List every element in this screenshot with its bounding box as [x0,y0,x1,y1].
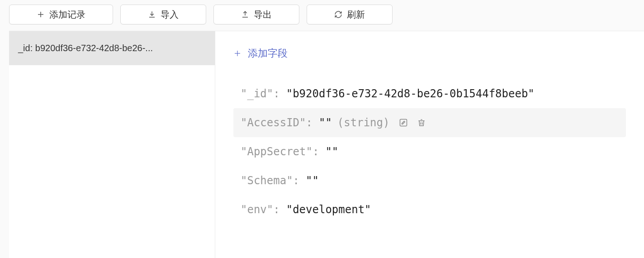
colon: : [306,115,313,131]
svg-rect-8 [400,119,407,126]
field-value: "" [306,172,319,189]
toolbar: 添加记录 导入 导出 刷新 [0,0,644,31]
plus-icon [233,49,242,57]
colon: : [293,172,299,189]
field-key: "env" [241,201,273,218]
row-actions [398,118,426,128]
add-record-button[interactable]: 添加记录 [9,5,113,24]
field-row[interactable]: "AccessID": "" (string) [233,108,626,137]
record-detail: 添加字段 "_id": "b920df36-e732-42d8-be26-0b1… [215,31,644,258]
field-value: "" [319,115,332,131]
edit-icon[interactable] [398,118,408,128]
field-list: "_id": "b920df36-e732-42d8-be26-0b1544f8… [233,79,626,224]
colon: : [313,143,319,160]
field-key: "Schema" [241,172,293,189]
record-list: _id: b920df36-e732-42d8-be26-... [9,31,215,258]
field-row[interactable]: "AppSecret": "" [233,137,626,166]
add-field-button[interactable]: 添加字段 [233,45,288,62]
record-item[interactable]: _id: b920df36-e732-42d8-be26-... [9,31,215,65]
import-button[interactable]: 导入 [120,5,206,24]
refresh-button[interactable]: 刷新 [307,5,393,24]
field-row[interactable]: "_id": "b920df36-e732-42d8-be26-0b1544f8… [233,79,626,108]
colon: : [273,201,279,218]
field-key: "AppSecret" [241,143,313,160]
field-row[interactable]: "Schema": "" [233,166,626,195]
colon: : [273,86,279,102]
export-button[interactable]: 导出 [213,5,299,24]
add-field-label: 添加字段 [248,47,288,60]
plus-icon [37,10,45,19]
field-type: (string) [337,115,390,131]
import-label: 导入 [161,9,179,21]
export-label: 导出 [254,9,272,21]
record-item-label: _id: b920df36-e732-42d8-be26-... [18,43,153,53]
field-value: "development" [286,201,371,218]
export-icon [241,10,249,19]
field-row[interactable]: "env": "development" [233,195,626,224]
refresh-label: 刷新 [347,9,365,21]
refresh-icon [334,10,342,19]
import-icon [148,10,156,19]
field-key: "AccessID" [241,115,306,131]
add-record-label: 添加记录 [49,9,85,21]
content-area: _id: b920df36-e732-42d8-be26-... 添加字段 "_… [0,31,644,258]
field-key: "_id" [241,86,273,102]
delete-icon[interactable] [417,118,426,128]
field-value: "" [325,143,338,160]
field-value: "b920df36-e732-42d8-be26-0b1544f8beeb" [286,86,535,102]
